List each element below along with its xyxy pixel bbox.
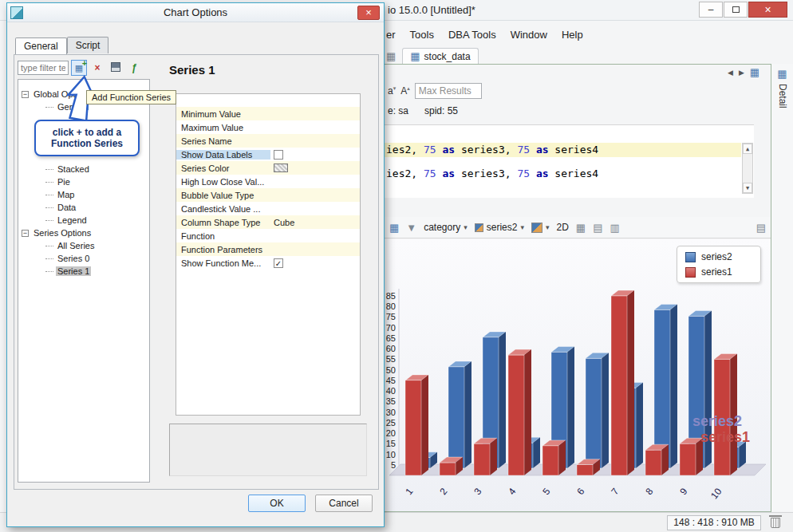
filter-icon[interactable]: ▼: [406, 223, 416, 233]
checkbox-checked[interactable]: ✓: [274, 258, 283, 268]
sql-editor[interactable]: ies2, 75 as series3, 75 as series4 ies2,…: [385, 124, 754, 198]
tree-connector: [45, 182, 53, 183]
dialog-titlebar[interactable]: Chart Options ×: [7, 3, 384, 22]
property-row-bubble-value-type[interactable]: Bubble Value Type: [176, 188, 360, 202]
menu-item-er[interactable]: er: [386, 29, 396, 41]
session-spid: spid: 55: [424, 105, 458, 116]
property-row-function[interactable]: Function: [176, 229, 360, 242]
category-dropdown[interactable]: category ▾: [424, 222, 468, 233]
checkbox-unchecked[interactable]: [274, 150, 283, 160]
cancel-button[interactable]: Cancel: [315, 495, 373, 512]
property-name: Function: [176, 231, 270, 241]
menu-item-tools[interactable]: Tools: [410, 29, 434, 41]
tree-item-all-series[interactable]: All Series: [18, 239, 149, 252]
chart-legend: series2 series1: [677, 246, 761, 283]
tree-connector: [45, 207, 53, 208]
trash-icon[interactable]: [771, 518, 780, 528]
tree-item-series-0[interactable]: Series 0: [18, 252, 149, 265]
lowercase-icon[interactable]: a▾: [388, 85, 396, 97]
tree-item-legend[interactable]: Legend: [18, 214, 149, 227]
property-row-column-shape-type[interactable]: Column Shape TypeCube: [176, 215, 360, 229]
series-dropdown[interactable]: series2 ▾: [475, 222, 524, 233]
function-chart-button[interactable]: ƒ: [126, 60, 142, 76]
svg-text:50: 50: [386, 365, 396, 375]
grid-icon[interactable]: ▦: [750, 67, 759, 77]
chart-type-dropdown[interactable]: ▾: [531, 223, 550, 233]
property-row-high-low-close-val[interactable]: High Low Close Val...: [176, 175, 360, 188]
grid-toggle-icon[interactable]: ▦: [576, 223, 586, 233]
tree-item-stacked[interactable]: Stacked: [18, 163, 149, 175]
filter-input[interactable]: [18, 61, 69, 75]
save-button[interactable]: [108, 60, 124, 76]
tab-scroll-arrows: ◀ ▶ ▦: [728, 67, 759, 77]
svg-text:70: 70: [386, 323, 396, 333]
scroll-up-icon[interactable]: ▲: [743, 144, 752, 154]
svg-text:65: 65: [386, 333, 396, 343]
property-name: Show Function Me...: [176, 258, 270, 268]
tree-item-series-options[interactable]: −Series Options: [18, 227, 149, 239]
svg-text:10: 10: [708, 486, 724, 501]
tree-expander-icon[interactable]: −: [22, 230, 29, 237]
legend-label: series1: [701, 266, 732, 278]
scroll-right-icon[interactable]: ▶: [739, 69, 744, 77]
tree-expander-icon[interactable]: −: [22, 91, 29, 98]
property-row-maximum-value[interactable]: Maximum Value: [176, 120, 360, 134]
svg-text:45: 45: [386, 376, 396, 385]
table-view-icon[interactable]: ▦: [389, 223, 399, 233]
function-icon: ƒ: [132, 62, 137, 73]
app-close-button[interactable]: ×: [748, 2, 787, 18]
add-function-series-button[interactable]: ▦: [71, 60, 87, 76]
tree-item-data[interactable]: Data: [18, 201, 149, 214]
tab-stock-data[interactable]: ▦ stock_data: [402, 48, 478, 65]
property-row-minimum-value[interactable]: Minimum Value: [176, 107, 360, 120]
tab-script[interactable]: Script: [67, 37, 109, 53]
tree-item-map[interactable]: Map: [18, 188, 149, 201]
tab-general[interactable]: General: [15, 37, 67, 54]
chart-panel: 5101520253035404550556065707580851234567…: [367, 239, 771, 512]
svg-text:9: 9: [677, 486, 689, 497]
property-value: [270, 164, 360, 172]
max-results-input[interactable]: [415, 83, 482, 99]
property-row-show-data-labels[interactable]: Show Data Labels: [176, 148, 360, 161]
add-function-series-tooltip: Add Function Series: [86, 90, 176, 104]
dialog-title: Chart Options: [7, 6, 384, 18]
property-row-function-parameters[interactable]: Function Parameters: [176, 242, 360, 256]
legend-item[interactable]: series2: [685, 251, 752, 262]
menu-item-help[interactable]: Help: [562, 29, 583, 41]
tree-item-label: Series 0: [56, 254, 91, 263]
copy-chart-icon[interactable]: ▥: [610, 223, 619, 233]
minimize-button[interactable]: –: [699, 2, 723, 18]
tree-item-label: Series 1: [56, 266, 91, 276]
ok-button[interactable]: OK: [248, 495, 306, 512]
add-function-series-icon: ▦: [75, 63, 83, 73]
menu-item-window[interactable]: Window: [511, 29, 547, 41]
toolbar-grid-icon[interactable]: ▦: [386, 51, 396, 61]
detail-tab[interactable]: Detail: [777, 84, 788, 108]
detail-icon: ▦: [777, 69, 787, 79]
scroll-left-icon[interactable]: ◀: [728, 69, 733, 77]
property-row-series-name[interactable]: Series Name: [176, 134, 360, 148]
uppercase-icon[interactable]: A▴: [400, 85, 410, 97]
chart-settings-icon[interactable]: ▤: [756, 223, 766, 233]
property-name: Bubble Value Type: [176, 191, 270, 200]
tree-item-series-1[interactable]: Series 1: [18, 265, 149, 278]
color-swatch[interactable]: [274, 164, 288, 172]
sql-line-1: ies2, 75 as series3, 75 as series4: [385, 143, 741, 157]
property-name: Column Shape Type: [176, 218, 270, 227]
app-title: io 15.0.0 [Untitled]*: [388, 4, 475, 16]
property-row-show-function-me[interactable]: Show Function Me...✓: [176, 256, 360, 270]
svg-text:2: 2: [437, 486, 449, 497]
svg-text:10: 10: [386, 450, 396, 459]
export-chart-icon[interactable]: ▤: [593, 223, 602, 233]
sql-scrollbar[interactable]: ▲ ▼: [742, 143, 753, 194]
legend-item[interactable]: series1: [685, 266, 752, 278]
mode-2d-button[interactable]: 2D: [556, 222, 568, 233]
tree-item-pie[interactable]: Pie: [18, 175, 149, 188]
maximize-button[interactable]: [724, 2, 748, 18]
property-row-series-color[interactable]: Series Color: [176, 161, 360, 175]
dialog-close-button[interactable]: ×: [357, 6, 380, 20]
menu-item-dba-tools[interactable]: DBA Tools: [448, 29, 496, 41]
delete-series-button[interactable]: ×: [89, 60, 105, 76]
property-row-candlestick-value[interactable]: Candlestick Value ...: [176, 202, 360, 215]
scroll-down-icon[interactable]: ▼: [743, 183, 752, 193]
